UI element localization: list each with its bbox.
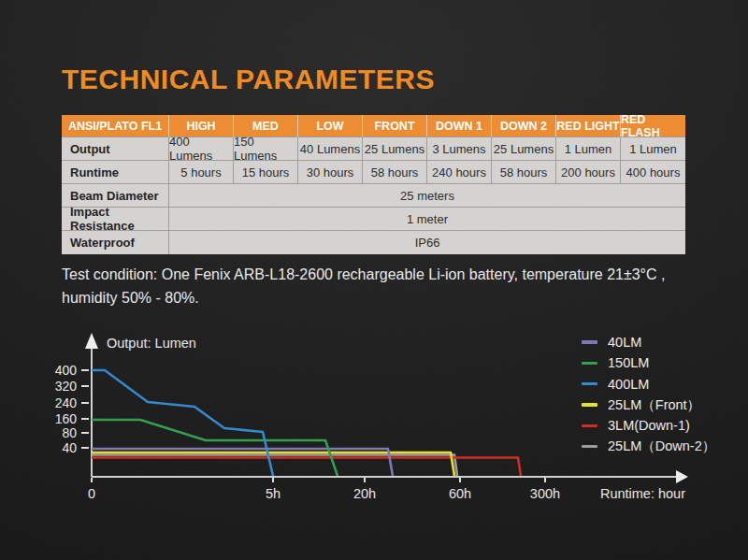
legend-swatch bbox=[582, 403, 597, 407]
x-axis-title: Runtime: hour bbox=[600, 486, 685, 501]
y-tick-label: 320 bbox=[55, 379, 78, 394]
chart-legend: 40LM150LM400LM25LM（Front）3LM(Down-1)25LM… bbox=[582, 332, 715, 457]
legend-label: 400LM bbox=[608, 377, 649, 392]
y-tick-label: 160 bbox=[55, 411, 78, 426]
legend-item: 400LM bbox=[582, 374, 715, 395]
legend-label: 25LM（Down-2） bbox=[608, 438, 715, 455]
runtime-chart: 408016024032040005h20h60h300hOutput: Lum… bbox=[0, 0, 748, 560]
y-axis-title: Output: Lumen bbox=[107, 336, 196, 351]
legend-label: 150LM bbox=[608, 355, 649, 370]
x-axis-arrow-icon bbox=[676, 470, 688, 483]
legend-label: 40LM bbox=[608, 335, 641, 350]
legend-swatch bbox=[582, 362, 597, 366]
legend-item: 25LM（Down-2） bbox=[582, 436, 715, 456]
x-tick-label: 20h bbox=[353, 486, 376, 501]
legend-item: 150LM bbox=[582, 352, 715, 373]
legend-swatch bbox=[582, 382, 597, 386]
x-tick-label: 60h bbox=[449, 486, 471, 501]
legend-item: 40LM bbox=[582, 332, 715, 352]
legend-item: 3LM(Down-1) bbox=[582, 415, 715, 436]
legend-label: 25LM（Front） bbox=[608, 396, 700, 414]
x-tick-label: 300h bbox=[530, 486, 560, 501]
y-tick-label: 240 bbox=[55, 395, 78, 410]
y-tick-label: 80 bbox=[62, 425, 77, 440]
legend-swatch bbox=[582, 445, 597, 449]
x-tick-label: 0 bbox=[88, 486, 95, 501]
legend-swatch bbox=[582, 424, 597, 428]
legend-item: 25LM（Front） bbox=[582, 395, 715, 415]
x-tick-label: 5h bbox=[266, 486, 280, 501]
page-background: TECHNICAL PARAMETERS ANSI/PLATO FL1HIGHM… bbox=[0, 0, 748, 560]
y-tick-label: 40 bbox=[62, 440, 77, 455]
y-tick-label: 400 bbox=[55, 363, 78, 378]
y-axis-arrow-icon bbox=[85, 333, 98, 349]
legend-label: 3LM(Down-1) bbox=[608, 418, 690, 433]
legend-swatch bbox=[582, 340, 597, 344]
series-line-400lm bbox=[92, 370, 273, 476]
